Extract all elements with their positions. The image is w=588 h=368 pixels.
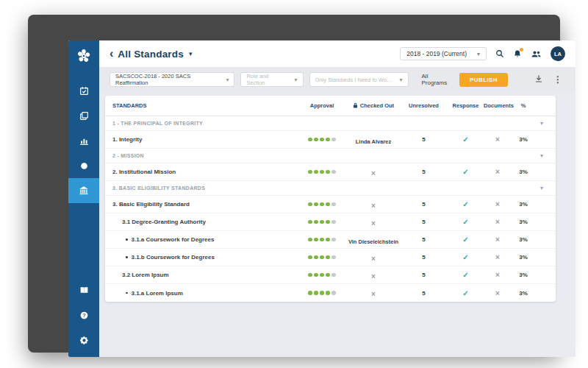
section-row[interactable]: 2 - MISSION ▾ [105, 149, 556, 163]
unresolved-count: 5 [400, 136, 448, 143]
col-percent: % [512, 102, 535, 109]
sidebar-item-projects[interactable] [68, 153, 99, 178]
collapse-caret-icon[interactable]: ▾ [535, 152, 548, 159]
standard-name[interactable]: 1. Integrity [112, 136, 297, 143]
unresolved-count: 5 [400, 236, 448, 243]
standard-row[interactable]: 3.1 Degree-Granting Authority × 5 ✓ × 3% [105, 213, 556, 231]
topbar: ‹ All Standards ▾ 2018 - 2019 (Current) … [99, 40, 576, 67]
documents-icon [79, 111, 89, 121]
percent-value: 3% [512, 219, 535, 225]
col-documents: Documents [484, 102, 512, 109]
documents-x-icon: × [484, 168, 512, 176]
assessment-dropdown[interactable]: SACSCOC-2018 - 2020 SACS Reaffirmation ▾ [110, 72, 234, 87]
approval-dot-filled [308, 291, 312, 295]
only-standards-dropdown[interactable]: Only Standards I Need to Work On... ▾ [309, 72, 409, 87]
not-checked-out-x-icon: × [371, 202, 376, 210]
approval-dot-filled [314, 138, 318, 142]
role-dropdown[interactable]: Role and Section ▾ [240, 72, 303, 87]
documents-x-icon: × [484, 253, 512, 261]
main-area: ‹ All Standards ▾ 2018 - 2019 (Current) … [99, 40, 576, 357]
percent-value: 3% [512, 169, 535, 175]
not-checked-out-x-icon: × [371, 272, 376, 280]
all-programs-toggle[interactable]: All Programs [422, 73, 448, 86]
sidebar-item-library[interactable] [68, 277, 99, 302]
kebab-menu-icon[interactable]: ⋮ [553, 75, 562, 84]
standard-name[interactable]: 3.1.b Coursework for Degrees [112, 254, 297, 261]
sidebar-item-settings[interactable] [68, 328, 99, 353]
book-icon [79, 286, 89, 295]
download-icon[interactable] [534, 73, 543, 86]
table-body: 1 - THE PRINCIPAL OF INTEGRITY ▾ 1. Inte… [105, 116, 556, 302]
sidebar-item-planner[interactable] [68, 78, 99, 103]
standard-name[interactable]: 3.1 Degree-Granting Authority [112, 219, 297, 225]
title-caret-icon[interactable]: ▾ [189, 50, 193, 57]
col-unresolved: Unresolved [400, 102, 448, 109]
collapse-caret-icon[interactable]: ▾ [535, 185, 548, 191]
role-dropdown-value: Role and Section [246, 73, 288, 86]
standard-row[interactable]: 3.1.a Coursework for Degrees Vin Diesele… [105, 231, 556, 249]
people-icon[interactable] [531, 49, 542, 58]
publish-button[interactable]: PUBLISH [459, 73, 508, 87]
standards-table: STANDARDS Approval Checked Out Unr [105, 96, 556, 302]
section-label: 2 - MISSION [112, 153, 535, 158]
section-row[interactable]: 1 - THE PRINCIPAL OF INTEGRITY ▾ [105, 116, 556, 131]
approval-dot-filled [320, 138, 324, 142]
approval-dot-filled [326, 291, 330, 295]
year-selector-value: 2018 - 2019 (Current) [406, 50, 467, 57]
approval-dot-filled [320, 202, 324, 207]
documents-x-icon: × [484, 135, 512, 144]
sidebar-item-accreditation[interactable] [68, 178, 99, 203]
approval-dot-filled [314, 170, 318, 174]
standard-name[interactable]: 2. Institutional Mission [112, 169, 297, 175]
approval-dot-filled [320, 255, 324, 260]
section-row[interactable]: 3. BASIC ELIGIBILITY STANDARDS ▾ [105, 181, 556, 196]
unresolved-count: 5 [400, 290, 448, 297]
search-icon[interactable] [495, 49, 504, 58]
section-label: 1 - THE PRINCIPAL OF INTEGRITY [112, 121, 535, 126]
sidebar-item-analytics[interactable] [68, 128, 99, 153]
unresolved-count: 5 [400, 272, 448, 278]
standard-row[interactable]: 3. Basic Eligibility Standard × 5 ✓ × 3% [105, 196, 556, 213]
not-checked-out-x-icon: × [371, 169, 376, 177]
chevron-down-icon: ▾ [477, 51, 480, 57]
sidebar-item-reports[interactable] [68, 103, 99, 128]
page-title[interactable]: All Standards [118, 49, 184, 60]
approval-dot-filled [326, 255, 330, 260]
col-response: Response [448, 102, 484, 109]
standard-row[interactable]: 1. Integrity Linda Alvarez 5 ✓ × 3% [105, 131, 556, 149]
approval-dot-filled [320, 291, 324, 295]
approval-dot-empty [331, 291, 336, 295]
window-frame: ? ‹ All Standards ▾ [28, 15, 560, 353]
not-checked-out-x-icon: × [371, 290, 376, 298]
checked-out-cell: × [347, 286, 400, 300]
back-chevron-icon[interactable]: ‹ [110, 47, 113, 60]
lock-icon [353, 102, 358, 110]
standard-name[interactable]: 3.2 Lorem Ipsum [112, 272, 297, 278]
response-check-icon: ✓ [448, 168, 484, 176]
standard-row[interactable]: 2. Institutional Mission × 5 ✓ × 3% [105, 163, 556, 181]
table-header: STANDARDS Approval Checked Out Unr [105, 96, 556, 116]
checked-out-cell: × [347, 216, 400, 229]
standard-row[interactable]: 3.1.a Lorem Ipsum × 5 ✓ × 3% [105, 284, 556, 302]
standard-name[interactable]: 3.1.a Lorem Ipsum [112, 290, 297, 297]
approval-dot-filled [314, 291, 318, 295]
bell-icon[interactable] [513, 49, 522, 58]
standard-row[interactable]: 3.1.b Coursework for Degrees × 5 ✓ × 3% [105, 249, 556, 266]
response-check-icon: ✓ [448, 218, 484, 226]
standard-name[interactable]: 3.1.a Coursework for Degrees [112, 236, 297, 243]
collapse-caret-icon[interactable]: ▾ [535, 120, 548, 127]
bullet-dot [126, 238, 128, 241]
bullet-dot [126, 256, 128, 258]
response-check-icon: ✓ [448, 135, 484, 144]
unresolved-count: 5 [400, 169, 448, 175]
approval-dot-empty [331, 273, 336, 277]
approval-dot-filled [308, 255, 312, 260]
filter-bar: SACSCOC-2018 - 2020 SACS Reaffirmation ▾… [99, 67, 576, 92]
year-selector[interactable]: 2018 - 2019 (Current) ▾ [400, 47, 487, 60]
standard-row[interactable]: 3.2 Lorem Ipsum × 5 ✓ × 3% [105, 266, 556, 284]
avatar[interactable]: LA [551, 46, 565, 61]
checked-out-cell: × [347, 251, 400, 264]
approval-dot-filled [320, 273, 324, 277]
standard-name[interactable]: 3. Basic Eligibility Standard [112, 201, 297, 208]
sidebar-item-help[interactable]: ? [68, 302, 99, 328]
